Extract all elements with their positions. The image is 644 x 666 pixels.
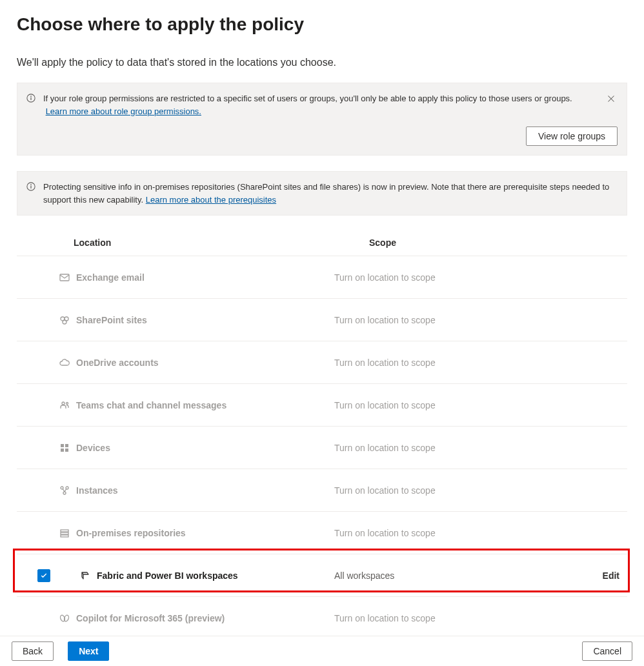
svg-point-23: [63, 614, 69, 622]
cloud-icon: [59, 358, 70, 368]
view-role-groups-button[interactable]: View role groups: [526, 126, 618, 146]
close-icon[interactable]: [603, 91, 619, 106]
location-name: Exchange email: [76, 272, 145, 283]
table-row: DevicesTurn on location to scope: [17, 427, 627, 469]
preview-message: Protecting sensitive info in on-premises…: [43, 182, 609, 205]
back-button[interactable]: Back: [12, 641, 54, 661]
table-row: Fabric and Power BI workspacesAll worksp…: [17, 554, 627, 597]
scope-text: All workspaces: [334, 570, 581, 581]
location-name: Fabric and Power BI workspaces: [97, 570, 238, 581]
table-row: Exchange emailTurn on location to scope: [17, 256, 627, 299]
svg-rect-19: [61, 530, 68, 532]
table-row: On-premises repositoriesTurn on location…: [17, 512, 627, 554]
info-icon: [26, 182, 35, 193]
cancel-button[interactable]: Cancel: [582, 641, 632, 661]
column-header-scope: Scope: [369, 237, 627, 248]
location-name: On-premises repositories: [76, 528, 186, 538]
scope-text: Turn on location to scope: [334, 443, 581, 453]
column-header-location: Location: [59, 237, 369, 248]
location-name: OneDrive accounts: [76, 358, 159, 368]
svg-point-10: [62, 402, 65, 405]
table-row: InstancesTurn on location to scope: [17, 469, 627, 512]
page-title: Choose where to apply the policy: [17, 14, 627, 35]
fabric-icon: [80, 570, 90, 581]
wizard-footer: Back Next Cancel: [0, 636, 644, 666]
preview-infobar: Protecting sensitive info in on-premises…: [17, 171, 627, 216]
svg-rect-14: [61, 449, 64, 452]
location-name: Copilot for Microsoft 365 (preview): [76, 613, 225, 623]
locations-table: Location Scope Exchange emailTurn on loc…: [17, 231, 627, 640]
edit-scope-link[interactable]: Edit: [603, 570, 619, 581]
prerequisites-learn-more-link[interactable]: Learn more about the prerequisites: [146, 195, 276, 205]
checkbox-icon[interactable]: [37, 569, 50, 582]
table-header: Location Scope: [17, 231, 627, 256]
scope-text: Turn on location to scope: [334, 400, 581, 410]
location-name: Devices: [76, 443, 110, 453]
svg-point-1: [30, 96, 32, 97]
repo-icon: [59, 528, 70, 538]
table-row: Copilot for Microsoft 365 (preview)Turn …: [17, 597, 627, 640]
location-name: Teams chat and channel messages: [76, 400, 226, 410]
table-row: SharePoint sitesTurn on location to scop…: [17, 299, 627, 341]
page-subtitle: We'll apply the policy to data that's st…: [17, 57, 627, 68]
next-button[interactable]: Next: [68, 641, 109, 661]
location-name: Instances: [76, 485, 118, 496]
sharepoint-icon: [59, 315, 70, 325]
location-name: SharePoint sites: [76, 315, 147, 325]
scope-text: Turn on location to scope: [334, 613, 581, 623]
table-row: OneDrive accountsTurn on location to sco…: [17, 341, 627, 384]
svg-rect-6: [60, 274, 69, 281]
svg-rect-21: [61, 535, 68, 537]
svg-rect-15: [65, 449, 68, 452]
mail-icon: [59, 272, 70, 283]
svg-point-4: [30, 184, 32, 185]
info-icon: [26, 94, 35, 105]
table-row: Teams chat and channel messagesTurn on l…: [17, 384, 627, 427]
svg-rect-20: [61, 532, 68, 534]
role-group-learn-more-link[interactable]: Learn more about role group permissions.: [46, 106, 201, 116]
instances-icon: [59, 485, 70, 496]
windows-icon: [59, 443, 70, 453]
teams-icon: [59, 400, 70, 410]
scope-text: Turn on location to scope: [334, 315, 581, 325]
svg-rect-5: [30, 186, 31, 188]
scope-text: Turn on location to scope: [334, 485, 581, 496]
role-group-message: If your role group permissions are restr…: [43, 94, 572, 103]
svg-point-9: [63, 320, 66, 324]
svg-rect-2: [30, 97, 31, 100]
svg-point-18: [63, 492, 66, 494]
role-group-infobar: If your role group permissions are restr…: [17, 83, 627, 156]
copilot-icon: [59, 613, 70, 623]
scope-text: Turn on location to scope: [334, 358, 581, 368]
scope-text: Turn on location to scope: [334, 528, 581, 538]
svg-rect-13: [65, 444, 68, 447]
svg-point-11: [66, 402, 68, 404]
svg-rect-12: [61, 444, 64, 447]
scope-text: Turn on location to scope: [334, 272, 581, 283]
